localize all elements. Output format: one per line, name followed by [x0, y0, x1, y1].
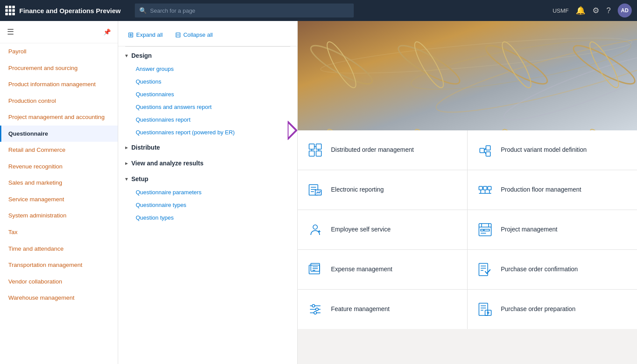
chevron-setup-icon: ▾ [125, 176, 128, 182]
tile-label-project-mgmt: Project management [501, 225, 557, 234]
sidebar-item-production[interactable]: Production control [0, 93, 118, 109]
questionnaire-panel: ⊞ Expand all ⊟ Collapse all ▾DesignAnswe… [118, 21, 298, 364]
svg-point-4 [500, 44, 637, 130]
expand-icon: ⊞ [128, 31, 134, 39]
tile-product-variant[interactable]: Product variant model definition [468, 130, 637, 170]
svg-rect-37 [481, 229, 483, 231]
link-questions-and-answers-report[interactable]: Questions and answers report [118, 101, 297, 113]
tile-label-employee-self: Employee self service [331, 225, 391, 234]
sidebar-item-retail[interactable]: Retail and Commerce [0, 142, 118, 158]
sidebar-item-vendor[interactable]: Vendor collaboration [0, 273, 118, 290]
help-icon[interactable]: ? [606, 6, 611, 15]
link-questions[interactable]: Questions [118, 75, 297, 88]
search-input[interactable] [150, 7, 349, 14]
tile-label-distributed-order: Distributed order management [331, 146, 414, 154]
svg-rect-8 [309, 151, 314, 156]
section-header-view-analyze[interactable]: ▸View and analyze results [118, 156, 297, 170]
sidebar-item-payroll[interactable]: Payroll [0, 43, 118, 60]
main-content: Distributed order managementProduct vari… [298, 21, 637, 364]
expand-all-button[interactable]: ⊞ Expand all [125, 29, 165, 41]
panel-sections: ▾DesignAnswer groupsQuestionsQuestionnai… [118, 49, 297, 224]
sidebar-item-sysadmin[interactable]: System administration [0, 207, 118, 224]
sidebar-item-time[interactable]: Time and attendance [0, 241, 118, 257]
section-header-setup[interactable]: ▾Setup [118, 172, 297, 186]
hero-svg [298, 21, 637, 130]
expand-all-label: Expand all [136, 32, 163, 38]
chevron-distribute-icon: ▸ [125, 145, 128, 150]
hamburger-icon[interactable]: ☰ [7, 27, 14, 37]
nav-right: USMF 🔔 ⚙ ? AD [553, 4, 632, 18]
expense-mgmt-icon [306, 261, 324, 278]
svg-rect-23 [479, 186, 482, 190]
sidebar-item-revenue[interactable]: Revenue recognition [0, 158, 118, 175]
main-layout: ☰ 📌 PayrollProcurement and sourcingProdu… [0, 21, 637, 364]
sidebar-item-procurement[interactable]: Procurement and sourcing [0, 60, 118, 77]
top-navigation: Finance and Operations Preview 🔍 USMF 🔔 … [0, 0, 637, 21]
collapse-icon: ⊟ [175, 31, 181, 39]
tile-label-production-floor: Production floor management [501, 186, 581, 194]
sidebar-item-tax[interactable]: Tax [0, 224, 118, 241]
product-variant-icon [476, 141, 494, 159]
svg-point-52 [312, 304, 315, 307]
svg-point-5 [320, 31, 633, 80]
collapse-all-label: Collapse all [183, 32, 213, 38]
svg-rect-7 [316, 144, 321, 149]
chevron-view-analyze-icon: ▸ [125, 161, 128, 166]
sidebar-item-product-info[interactable]: Product information management [0, 76, 118, 93]
sidebar-item-service[interactable]: Service management [0, 191, 118, 208]
tile-purchase-order-prep[interactable]: Purchase order preparation [468, 290, 637, 329]
settings-icon[interactable]: ⚙ [592, 6, 599, 15]
pin-icon[interactable]: 📌 [103, 28, 111, 35]
svg-point-2 [432, 21, 637, 125]
link-answer-groups[interactable]: Answer groups [118, 63, 297, 75]
sidebar-item-project[interactable]: Project management and accounting [0, 109, 118, 126]
tile-employee-self[interactable]: Employee self service [298, 210, 467, 249]
svg-rect-45 [479, 263, 488, 276]
app-title: Finance and Operations Preview [19, 7, 121, 14]
svg-rect-6 [309, 144, 314, 149]
tile-expense-mgmt[interactable]: Expense management [298, 250, 467, 289]
link-questionnaires[interactable]: Questionnaires [118, 88, 297, 101]
tile-label-purchase-order-prep: Purchase order preparation [501, 305, 575, 314]
svg-rect-38 [484, 229, 489, 231]
section-design: ▾DesignAnswer groupsQuestionsQuestionnai… [118, 49, 297, 139]
electronic-reporting-icon [306, 181, 324, 199]
svg-rect-25 [488, 186, 491, 190]
section-header-design[interactable]: ▾Design [118, 49, 297, 63]
svg-rect-55 [479, 303, 488, 315]
tile-feature-mgmt[interactable]: Feature management [298, 290, 467, 329]
sidebar-item-sales[interactable]: Sales and marketing [0, 175, 118, 191]
panel-toolbar: ⊞ Expand all ⊟ Collapse all [118, 25, 297, 46]
search-bar[interactable]: 🔍 [135, 4, 354, 18]
chevron-design-icon: ▾ [125, 53, 128, 59]
waffle-icon[interactable] [5, 6, 15, 15]
svg-point-30 [313, 225, 317, 229]
collapse-all-button[interactable]: ⊟ Collapse all [172, 29, 215, 41]
toolbar-separator [125, 46, 290, 47]
tile-label-feature-mgmt: Feature management [331, 305, 390, 314]
sidebar: ☰ 📌 PayrollProcurement and sourcingProdu… [0, 21, 118, 364]
link-questionnaires-report-(powered-by-er)[interactable]: Questionnaires report (powered by ER) [118, 126, 297, 139]
tile-distributed-order[interactable]: Distributed order management [298, 130, 467, 170]
sidebar-item-transport[interactable]: Transportation management [0, 257, 118, 273]
link-questionnaires-report[interactable]: Questionnaires report [118, 113, 297, 126]
link-question-types[interactable]: Question types [118, 211, 297, 224]
tile-label-product-variant: Product variant model definition [501, 146, 587, 154]
link-questionnaire-types[interactable]: Questionnaire types [118, 199, 297, 211]
notification-icon[interactable]: 🔔 [576, 6, 585, 15]
tile-project-mgmt[interactable]: Project management [468, 210, 637, 249]
section-header-distribute[interactable]: ▸Distribute [118, 140, 297, 154]
section-view-analyze: ▸View and analyze results [118, 156, 297, 170]
section-label-distribute: Distribute [131, 144, 160, 151]
tile-production-floor[interactable]: Production floor management [468, 170, 637, 210]
sidebar-item-questionnaire[interactable]: Questionnaire [0, 126, 118, 142]
tile-electronic-reporting[interactable]: Electronic reporting [298, 170, 467, 210]
sidebar-item-warehouse[interactable]: Warehouse management [0, 290, 118, 306]
svg-rect-9 [316, 151, 321, 156]
tile-purchase-order-confirm[interactable]: Purchase order confirmation [468, 250, 637, 289]
tile-label-electronic-reporting: Electronic reporting [331, 186, 384, 194]
purchase-order-confirm-icon [476, 261, 494, 278]
svg-rect-15 [486, 152, 490, 156]
user-avatar[interactable]: AD [618, 4, 632, 18]
link-questionnaire-parameters[interactable]: Questionnaire parameters [118, 186, 297, 199]
